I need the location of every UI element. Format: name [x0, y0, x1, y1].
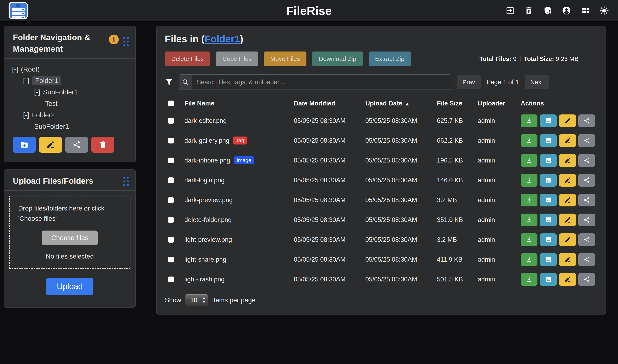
current-folder-link[interactable]: Folder1	[205, 34, 240, 44]
row-checkbox[interactable]	[168, 217, 174, 223]
rename-file-button[interactable]	[559, 134, 576, 147]
download-zip-button[interactable]: Download Zip	[312, 52, 363, 66]
filerise-logo-icon[interactable]	[9, 2, 28, 19]
rename-file-button[interactable]	[559, 174, 576, 187]
row-checkbox[interactable]	[168, 118, 174, 124]
move-files-button[interactable]: Move Files	[264, 52, 306, 66]
tree-toggle[interactable]: [-]	[23, 77, 29, 85]
row-checkbox[interactable]	[168, 276, 174, 282]
preview-file-button[interactable]	[540, 214, 557, 226]
tree-label[interactable]: SubFolder1	[34, 123, 69, 130]
row-checkbox[interactable]	[168, 257, 174, 262]
file-name[interactable]: light-trash.png	[184, 276, 224, 283]
share-file-button[interactable]	[578, 134, 595, 147]
file-name[interactable]: dark-preview.png	[184, 196, 233, 204]
preview-file-button[interactable]	[540, 134, 557, 147]
col-uploader[interactable]: Uploader	[478, 100, 521, 107]
col-file-size[interactable]: File Size	[437, 100, 478, 107]
file-name[interactable]: dark-editor.png	[184, 117, 227, 124]
drag-handle-icon[interactable]	[123, 177, 129, 186]
row-checkbox[interactable]	[168, 177, 174, 183]
rename-file-button[interactable]	[559, 234, 576, 246]
file-name[interactable]: dark-iphone.png	[184, 157, 230, 164]
download-file-button[interactable]	[521, 253, 538, 266]
delete-files-button[interactable]: Delete Files	[165, 52, 210, 66]
tree-toggle[interactable]: [-]	[12, 65, 18, 73]
tree-item-subfolder1[interactable]: SubFolder1	[9, 121, 131, 132]
share-file-button[interactable]	[578, 214, 595, 226]
tree-label[interactable]: Folder1	[32, 76, 61, 85]
download-file-button[interactable]	[521, 214, 538, 226]
tree-label[interactable]: Folder2	[32, 111, 55, 119]
preview-file-button[interactable]	[540, 273, 557, 286]
user-account-icon[interactable]	[562, 6, 571, 15]
rename-file-button[interactable]	[559, 194, 576, 207]
preview-file-button[interactable]	[540, 174, 557, 187]
file-name[interactable]: delete-folder.png	[184, 216, 232, 224]
preview-file-button[interactable]	[540, 154, 557, 167]
prev-page-button[interactable]: Prev	[457, 75, 481, 89]
extract-zip-button[interactable]: Extract Zip	[368, 52, 411, 66]
tree-toggle[interactable]: [-]	[23, 111, 29, 119]
rename-folder-button[interactable]	[39, 137, 62, 153]
next-page-button[interactable]: Next	[525, 75, 549, 89]
file-name[interactable]: dark-gallery.png	[184, 137, 229, 144]
tree-item-folder1[interactable]: [-]Folder1	[9, 75, 131, 86]
share-file-button[interactable]	[578, 253, 595, 266]
file-name[interactable]: light-preview.png	[184, 236, 232, 243]
rename-file-button[interactable]	[559, 253, 576, 266]
rename-file-button[interactable]	[559, 214, 576, 226]
share-file-button[interactable]	[578, 174, 595, 187]
upload-button[interactable]: Upload	[46, 278, 93, 295]
download-file-button[interactable]	[521, 154, 538, 167]
share-file-button[interactable]	[578, 194, 595, 207]
row-checkbox[interactable]	[168, 157, 174, 163]
tree-toggle[interactable]: [-]	[34, 88, 40, 96]
download-file-button[interactable]	[521, 273, 538, 286]
tree-item-test[interactable]: Test	[9, 98, 131, 109]
search-input[interactable]	[192, 75, 451, 90]
preview-file-button[interactable]	[540, 194, 557, 207]
share-file-button[interactable]	[578, 273, 595, 286]
tree-label[interactable]: SubFolder1	[43, 88, 78, 96]
share-folder-button[interactable]	[65, 137, 88, 153]
tree-item-subfolder1[interactable]: [-]SubFolder1	[9, 86, 131, 98]
rename-file-button[interactable]	[559, 273, 576, 286]
download-file-button[interactable]	[521, 115, 538, 127]
select-all-checkbox[interactable]	[168, 101, 174, 106]
delete-folder-button[interactable]	[91, 137, 114, 153]
items-per-page-select[interactable]: 10	[185, 294, 208, 306]
rename-file-button[interactable]	[559, 154, 576, 167]
choose-files-button[interactable]: Choose files	[42, 231, 98, 245]
share-file-button[interactable]	[578, 115, 595, 127]
download-file-button[interactable]	[521, 194, 538, 207]
logout-icon[interactable]	[505, 6, 515, 15]
tree-label[interactable]: Test	[45, 100, 58, 107]
share-file-button[interactable]	[578, 234, 595, 246]
row-checkbox[interactable]	[168, 197, 174, 203]
filter-icon[interactable]	[165, 78, 173, 86]
upload-dropzone[interactable]: Drop files/folders here or click 'Choose…	[9, 195, 131, 269]
col-upload-date[interactable]: Upload Date▲	[365, 100, 437, 107]
info-icon[interactable]: i	[109, 35, 119, 44]
drag-handle-icon[interactable]	[123, 37, 129, 46]
create-folder-button[interactable]	[13, 137, 36, 153]
tree-item-folder2[interactable]: [-]Folder2	[9, 109, 131, 121]
preview-file-button[interactable]	[540, 115, 557, 127]
brightness-icon[interactable]	[599, 6, 609, 15]
rename-file-button[interactable]	[559, 115, 576, 127]
file-name[interactable]: light-share.png	[184, 256, 226, 263]
tree-label[interactable]: (Root)	[21, 65, 40, 73]
share-file-button[interactable]	[578, 154, 595, 167]
preview-file-button[interactable]	[540, 234, 557, 246]
trash-restore-icon[interactable]	[524, 6, 534, 15]
admin-shield-icon[interactable]	[543, 6, 552, 15]
copy-files-button[interactable]: Copy Files	[216, 52, 258, 66]
row-checkbox[interactable]	[168, 138, 174, 143]
row-checkbox[interactable]	[168, 237, 174, 243]
download-file-button[interactable]	[521, 134, 538, 147]
tree-item-root[interactable]: [-](Root)	[9, 64, 131, 75]
apps-grid-icon[interactable]	[580, 6, 590, 15]
col-file-name[interactable]: File Name	[184, 100, 294, 107]
download-file-button[interactable]	[521, 174, 538, 187]
